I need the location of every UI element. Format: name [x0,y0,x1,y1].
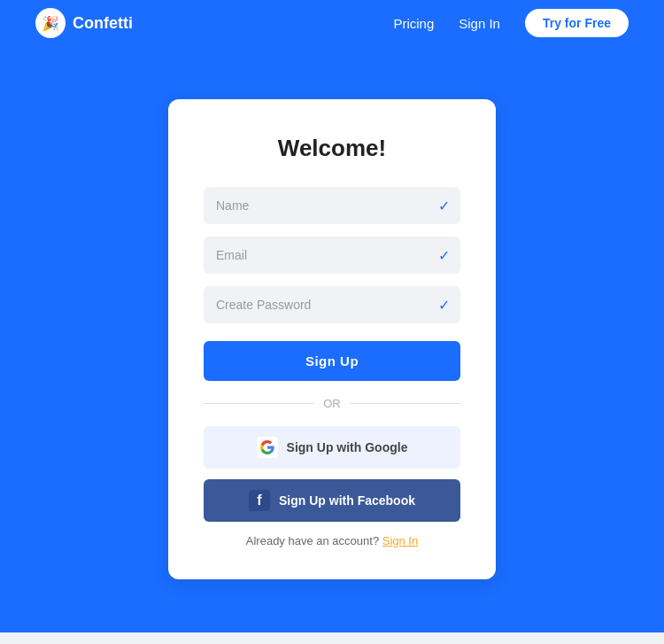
facebook-button-label: Sign Up with Facebook [279,493,415,508]
google-icon [257,437,278,458]
try-free-button[interactable]: Try for Free [525,9,629,37]
name-input-group: ✓ [204,187,460,224]
facebook-signup-button[interactable]: f Sign Up with Facebook [204,479,460,522]
email-input-group: ✓ [204,237,460,274]
signin-link[interactable]: Sign In [382,534,418,547]
logo-text: Confetti [73,14,133,33]
name-input[interactable] [204,187,460,224]
facebook-icon: f [249,490,270,511]
signup-card: Welcome! ✓ ✓ ✓ Sign Up OR [168,99,496,579]
header: 🎉 Confetti Pricing Sign In Try for Free [0,0,664,46]
header-nav: Pricing Sign In Try for Free [393,9,629,37]
google-signup-button[interactable]: Sign Up with Google [204,426,460,469]
already-account-text: Already have an account? Sign In [204,534,460,547]
confetti-logo-icon: 🎉 [35,8,66,38]
main-section: Welcome! ✓ ✓ ✓ Sign Up OR [0,46,664,632]
card-title: Welcome! [204,135,460,162]
signin-nav-link[interactable]: Sign In [459,16,500,31]
name-check-icon: ✓ [438,198,450,214]
or-divider: OR [204,397,460,410]
password-input[interactable] [204,286,460,323]
google-button-label: Sign Up with Google [287,440,408,454]
password-check-icon: ✓ [438,297,450,314]
header-logo: 🎉 Confetti [35,8,133,38]
signup-button[interactable]: Sign Up [204,341,460,381]
password-input-group: ✓ [204,286,460,323]
pricing-link[interactable]: Pricing [393,16,434,31]
email-check-icon: ✓ [438,247,450,264]
or-text: OR [323,397,341,410]
email-input[interactable] [204,237,460,274]
footer: 🎉 Confetti Copyright © 2021 Made with ❤ … [0,632,664,644]
